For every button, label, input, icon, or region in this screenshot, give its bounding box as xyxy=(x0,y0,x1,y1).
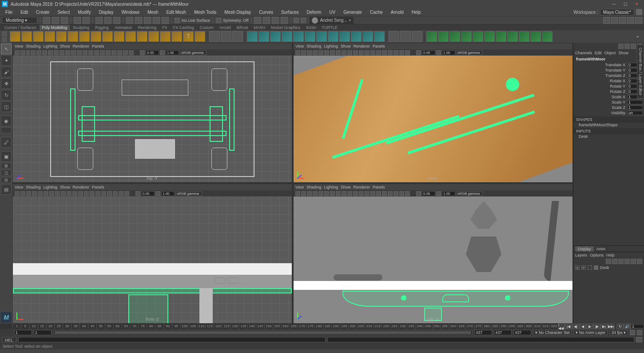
vp-exposure-field[interactable] xyxy=(422,191,435,196)
vp-menu-renderer[interactable]: Renderer xyxy=(353,44,370,48)
layer-tab-anim[interactable]: Anim xyxy=(596,247,606,251)
vp-icon[interactable] xyxy=(399,50,404,55)
select-by-hierarchy-icon[interactable] xyxy=(95,17,103,24)
vp-gamma-field[interactable] xyxy=(161,191,175,196)
shelf-tab-fx[interactable]: FX xyxy=(159,25,170,30)
vp-exposure-field[interactable] xyxy=(146,50,159,55)
vp-icon[interactable] xyxy=(135,191,140,196)
timeline-tick[interactable]: 175 xyxy=(306,324,314,329)
script-editor-icon[interactable] xyxy=(636,337,642,342)
viewport-front-canvas[interactable]: front -Z xyxy=(13,197,292,323)
vp-icon[interactable] xyxy=(436,191,441,196)
timeline-tick[interactable]: 80 xyxy=(147,324,155,329)
vp-icon[interactable] xyxy=(95,191,100,196)
shelf-tab-polymodeling[interactable]: Poly Modeling xyxy=(40,25,70,30)
vp-menu-shading[interactable]: Shading xyxy=(26,185,40,189)
live-surface-icon[interactable] xyxy=(175,18,180,23)
channel-box-side-tab[interactable]: Channel Box / Layer Editor xyxy=(637,44,644,99)
vp-icon[interactable] xyxy=(101,191,106,196)
panel-toggle-4-icon[interactable] xyxy=(627,17,634,24)
step-back-key-icon[interactable]: |◀ xyxy=(565,324,572,329)
vp-icon[interactable] xyxy=(90,191,95,196)
outliner-panel-icon[interactable]: ▤ xyxy=(1,184,12,195)
vp-icon[interactable] xyxy=(324,191,329,196)
attr-field-sy[interactable] xyxy=(627,100,643,104)
uv-cylindrical-icon[interactable] xyxy=(438,31,449,42)
vp-shadows-icon[interactable] xyxy=(94,50,99,55)
lock-ui-icon[interactable] xyxy=(636,9,642,15)
vp-icon[interactable] xyxy=(107,191,112,196)
shelf-tab-custom[interactable]: Custom xyxy=(197,25,216,30)
last-tool-icon[interactable]: ◉ xyxy=(1,116,12,126)
menu-curves[interactable]: Curves xyxy=(255,9,277,16)
shelf-tab-fxcaching[interactable]: FX Caching xyxy=(171,25,197,30)
range-slider[interactable] xyxy=(53,330,473,335)
layer-icon[interactable] xyxy=(631,259,636,264)
vp-icon[interactable] xyxy=(342,50,346,55)
vp-icon[interactable] xyxy=(20,191,25,196)
vp-gamma-icon[interactable] xyxy=(160,50,165,55)
vp-icon[interactable] xyxy=(295,191,300,196)
menu-uv[interactable]: UV xyxy=(326,9,339,16)
smooth-icon[interactable] xyxy=(339,31,350,42)
attr-label[interactable]: Scale Z xyxy=(574,105,627,110)
snap-curve-icon[interactable] xyxy=(135,17,142,24)
vp-icon[interactable] xyxy=(382,50,387,55)
vp-icon[interactable] xyxy=(324,50,329,55)
anim-end-field[interactable] xyxy=(494,330,512,335)
render-settings-icon[interactable] xyxy=(281,17,288,24)
sculpt-icon[interactable] xyxy=(389,31,399,42)
timeline-tick[interactable]: 305 xyxy=(524,324,533,329)
timeline-tick[interactable]: 270 xyxy=(465,324,474,329)
loop-icon[interactable]: ↻ xyxy=(616,324,624,329)
vp-menu-show[interactable]: Show xyxy=(341,44,351,48)
select-by-component-icon[interactable] xyxy=(113,17,120,24)
play-forward-icon[interactable]: ▶ xyxy=(586,324,593,329)
vp-film-gate-icon[interactable] xyxy=(54,50,59,55)
lasso-tool-icon[interactable]: ✦ xyxy=(1,55,12,66)
select-by-object-icon[interactable] xyxy=(104,17,111,24)
attr-label[interactable]: Translate X xyxy=(574,63,627,67)
crease-icon[interactable] xyxy=(362,31,373,42)
timeline-tick[interactable]: 115 xyxy=(205,324,214,329)
vp-ao-icon[interactable] xyxy=(100,50,105,55)
vp-icon[interactable] xyxy=(330,50,335,55)
timeline-tick[interactable]: 140 xyxy=(247,324,256,329)
redo-icon[interactable] xyxy=(83,17,90,24)
timeline-tick[interactable]: 240 xyxy=(415,324,424,329)
vp-icon[interactable] xyxy=(44,191,48,196)
cb-tab-channels[interactable]: Channels xyxy=(575,51,592,55)
uv-camera-icon[interactable] xyxy=(496,31,506,42)
insert-loop-icon[interactable] xyxy=(282,31,292,42)
timeline-tick[interactable]: 260 xyxy=(449,324,457,329)
extrude-icon[interactable] xyxy=(247,31,258,42)
cb-tab-object[interactable]: Object xyxy=(604,51,616,55)
layer-playback-toggle[interactable]: P xyxy=(581,265,586,270)
vp-icon[interactable] xyxy=(370,50,375,55)
snap-grid-icon[interactable] xyxy=(126,17,133,24)
vp-menu-view[interactable]: View xyxy=(295,185,304,189)
shelf-tab-turtle[interactable]: TURTLE xyxy=(319,25,340,30)
panel-toggle-3-icon[interactable] xyxy=(619,17,626,24)
vp-icon[interactable] xyxy=(113,191,118,196)
vp-icon[interactable] xyxy=(72,191,77,196)
viewport-side[interactable]: View Shading Lighting Show Renderer Pane… xyxy=(293,184,573,324)
vp-wireframe-icon[interactable] xyxy=(71,50,76,55)
vp-menu-show[interactable]: Show xyxy=(341,185,351,189)
attr-label[interactable]: Scale Y xyxy=(574,100,627,104)
uv-cut-icon[interactable] xyxy=(542,31,553,42)
playback-toggle-icon[interactable] xyxy=(294,18,299,23)
shelf-tab-xgen[interactable]: XGen xyxy=(303,25,319,30)
timeline-tick[interactable]: 1 xyxy=(12,324,21,329)
mirror-icon[interactable] xyxy=(374,31,385,42)
viewport-persp[interactable]: View Shading Lighting Show Renderer Pane… xyxy=(293,43,573,183)
cb-tab-edit[interactable]: Edit xyxy=(595,51,602,55)
vp-icon[interactable] xyxy=(353,191,358,196)
timeline-tick[interactable]: 110 xyxy=(197,324,206,329)
attr-field-vis[interactable] xyxy=(627,111,643,115)
snap-point-icon[interactable] xyxy=(144,17,151,24)
menu-mesh[interactable]: Mesh xyxy=(144,9,162,16)
prefs-icon[interactable] xyxy=(637,330,642,335)
poly-type-icon[interactable]: T xyxy=(183,31,194,42)
attr-label[interactable]: Rotate X xyxy=(574,79,627,83)
